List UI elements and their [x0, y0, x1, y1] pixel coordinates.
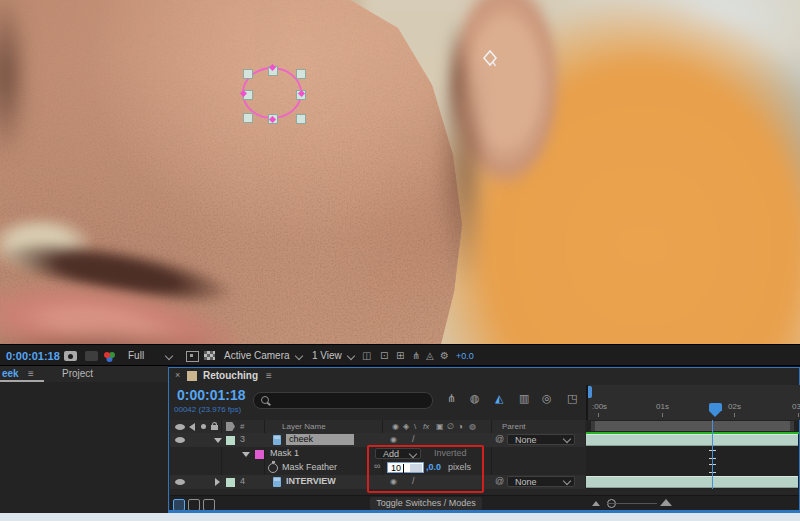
region-of-interest-icon[interactable]: [186, 351, 199, 362]
mask-name[interactable]: Mask 1: [270, 448, 299, 458]
left-edge-shadow: [0, 0, 28, 160]
time-ruler[interactable]: :00s 01s 02s 03s: [586, 385, 800, 420]
mask-handle-top-right[interactable]: [296, 69, 306, 79]
snapshot-camera-icon[interactable]: [64, 351, 77, 361]
timeline-panel: × Retouching ≡ 0:00:01:18 00042 (23.976 …: [168, 367, 800, 511]
layer-list-header: # Layer Name ◉ ◈ \ fx ▣ ∅ ◑ ◍ Parent: [170, 420, 585, 433]
layer-bar-interview[interactable]: [586, 476, 798, 488]
mini-flowchart-icon[interactable]: ⋔: [412, 345, 420, 367]
ruler-tick-label: 02s: [728, 402, 741, 411]
highlight-red-box: [367, 445, 484, 493]
chevron-down-icon: [347, 352, 355, 360]
eye-icon[interactable]: [175, 437, 185, 443]
switch-adjustment-icon[interactable]: ◑: [458, 422, 463, 431]
switch-frameblend-icon[interactable]: ▣: [436, 422, 444, 431]
ruler-tick: [734, 413, 735, 417]
eye-icon: [175, 424, 185, 430]
left-panel-body: [0, 382, 168, 513]
panel-menu-icon[interactable]: ≡: [266, 370, 272, 381]
mask-handle-top-left[interactable]: [243, 69, 253, 79]
ruler-tick-label: 01s: [656, 402, 669, 411]
switch-3d-icon[interactable]: ◍: [469, 422, 476, 431]
quality-switch[interactable]: /: [412, 434, 415, 444]
show-snapshot-icon[interactable]: [85, 351, 98, 361]
layer-icon: [273, 435, 281, 445]
work-area-bar[interactable]: [591, 421, 794, 431]
layer-number: 4: [240, 476, 245, 486]
track-area[interactable]: [586, 420, 799, 489]
draft-3d-icon[interactable]: ◍: [470, 392, 480, 405]
stopwatch-icon[interactable]: [268, 463, 278, 473]
col-parent: Parent: [502, 422, 526, 431]
region-grid-icon[interactable]: ⊡: [380, 345, 388, 367]
layer-color-swatch[interactable]: [226, 436, 235, 445]
frame-blending-icon[interactable]: ▥: [519, 392, 529, 405]
parent-pickwhip-icon[interactable]: @: [495, 434, 504, 444]
time-nav-start-bracket[interactable]: [588, 386, 592, 398]
parent-pickwhip-icon[interactable]: @: [495, 476, 504, 486]
renderer-icon[interactable]: ◭: [495, 392, 503, 405]
zoom-out-icon[interactable]: [592, 501, 600, 506]
zoom-in-icon[interactable]: [660, 499, 672, 506]
view-layout-select[interactable]: 1 View: [312, 345, 342, 367]
switch-fx-icon[interactable]: fx: [423, 422, 429, 431]
tab-retouching[interactable]: Retouching: [203, 370, 258, 381]
mask-handle-bottom-left[interactable]: [243, 113, 253, 123]
composition-flowchart-icon[interactable]: ⋔: [447, 392, 456, 405]
layer-bar-cheek[interactable]: [586, 434, 798, 446]
transparency-grid-icon[interactable]: [204, 351, 215, 360]
viewer-timecode[interactable]: 0:00:01:18: [6, 345, 60, 367]
view-layout-icon[interactable]: ◫: [362, 345, 371, 367]
mask-feather-label: Mask Feather: [282, 462, 337, 472]
mask-color-swatch[interactable]: [255, 450, 264, 459]
col-number: #: [240, 422, 244, 431]
timeline-search-input[interactable]: [253, 392, 433, 409]
ruler-tick-label: 03s: [792, 402, 800, 411]
desktop-strip: [0, 513, 800, 521]
solo-icon: [201, 424, 206, 429]
exposure-gear-icon[interactable]: ⚙: [440, 345, 449, 367]
layer-name-cheek[interactable]: cheek: [286, 434, 354, 445]
playhead[interactable]: [709, 403, 722, 411]
zoom-slider-track[interactable]: [607, 503, 657, 504]
graph-editor-icon[interactable]: ◳: [567, 392, 577, 405]
chevron-down-icon: [295, 352, 303, 360]
view-mode-select[interactable]: Active Camera: [224, 345, 290, 367]
mask-handle-bottom-right[interactable]: [296, 114, 306, 124]
twirl-closed-icon[interactable]: [215, 478, 220, 486]
magnification-select[interactable]: Full: [128, 345, 144, 367]
switch-collapse-icon[interactable]: ◈: [403, 422, 409, 431]
switch-motionblur-icon[interactable]: ∅: [447, 422, 454, 431]
channels-icon[interactable]: [104, 352, 110, 358]
expand-transfer-controls-icon[interactable]: [188, 499, 200, 511]
exposure-value[interactable]: +0.0: [456, 345, 474, 367]
expand-layer-switches-icon[interactable]: [173, 499, 185, 511]
expand-inout-panes-icon[interactable]: [203, 499, 215, 511]
selection-cursor-icon: [482, 50, 498, 67]
playhead-line[interactable]: [712, 420, 713, 489]
ruler-tick: [598, 413, 599, 417]
collapse-switch[interactable]: ◉: [390, 435, 397, 444]
layer-name-interview[interactable]: INTERVIEW: [286, 476, 336, 486]
twirl-open-icon[interactable]: [214, 438, 222, 443]
eye-icon[interactable]: [175, 479, 185, 485]
close-icon[interactable]: ×: [175, 370, 180, 380]
panel-menu-icon[interactable]: ≡: [28, 368, 34, 379]
twirl-open-icon[interactable]: [242, 452, 250, 457]
tab-project[interactable]: Project: [62, 368, 93, 379]
tab-composition-cheek[interactable]: eek: [2, 368, 19, 379]
composition-viewer[interactable]: [0, 0, 800, 344]
timeline-timecode[interactable]: 0:00:01:18: [177, 387, 246, 403]
camera-settings-icon[interactable]: ◬: [426, 345, 434, 367]
ruler-tick-label: :00s: [592, 402, 607, 411]
lock-icon: [211, 425, 218, 430]
motion-blur-icon[interactable]: ◎: [542, 392, 552, 405]
search-icon: [261, 396, 269, 404]
after-effects-window: 0:00:01:18 Full Active Camera 1 View ◫ ⊡…: [0, 0, 800, 521]
switch-quality-icon[interactable]: \: [414, 422, 416, 431]
grid-guides-icon[interactable]: ⊞: [396, 345, 404, 367]
jawline-shadow: [405, 30, 480, 340]
toggle-switches-modes-button[interactable]: Toggle Switches / Modes: [370, 497, 482, 510]
switch-shy-icon[interactable]: ◉: [392, 422, 399, 431]
layer-color-swatch[interactable]: [226, 478, 235, 487]
